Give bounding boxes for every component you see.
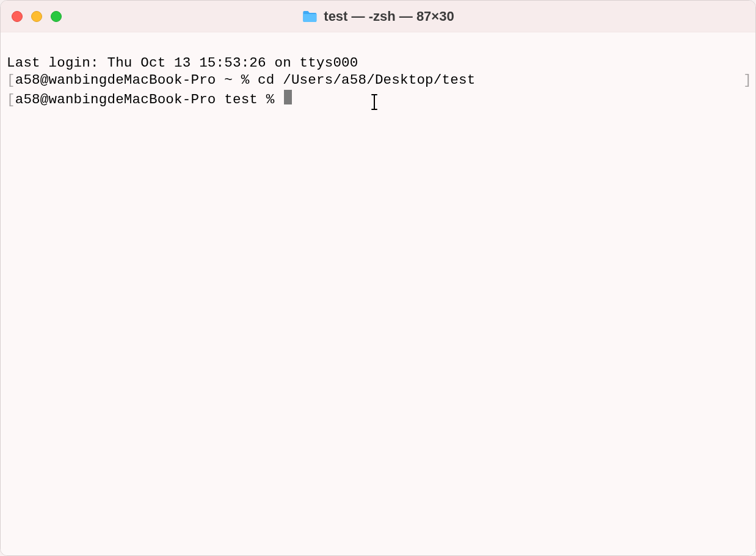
- folder-icon: [302, 10, 318, 23]
- last-login-line: Last login: Thu Oct 13 15:53:26 on ttys0…: [7, 54, 749, 71]
- command-cd: cd /Users/a58/Desktop/test: [258, 71, 475, 89]
- minimize-button[interactable]: [31, 11, 42, 22]
- prompt-2: a58@wanbingdeMacBook-Pro test %: [15, 91, 283, 108]
- terminal-body[interactable]: Last login: Thu Oct 13 15:53:26 on ttys0…: [1, 32, 755, 555]
- open-bracket: [: [7, 71, 15, 89]
- command-line-2: [a58@wanbingdeMacBook-Pro test %: [7, 89, 749, 108]
- open-bracket-2: [: [7, 91, 15, 108]
- maximize-button[interactable]: [51, 11, 62, 22]
- command-line-1: [a58@wanbingdeMacBook-Pro ~ % cd /Users/…: [7, 71, 749, 89]
- close-bracket: ]: [743, 71, 752, 89]
- terminal-window: test — -zsh — 87×30 Last login: Thu Oct …: [0, 0, 756, 556]
- prompt-1: a58@wanbingdeMacBook-Pro ~ %: [15, 71, 258, 89]
- window-title: test — -zsh — 87×30: [302, 9, 454, 24]
- traffic-lights: [12, 11, 62, 22]
- title-bar[interactable]: test — -zsh — 87×30: [1, 1, 755, 32]
- window-title-text: test — -zsh — 87×30: [324, 9, 454, 24]
- terminal-cursor: [284, 90, 292, 104]
- close-button[interactable]: [12, 11, 23, 22]
